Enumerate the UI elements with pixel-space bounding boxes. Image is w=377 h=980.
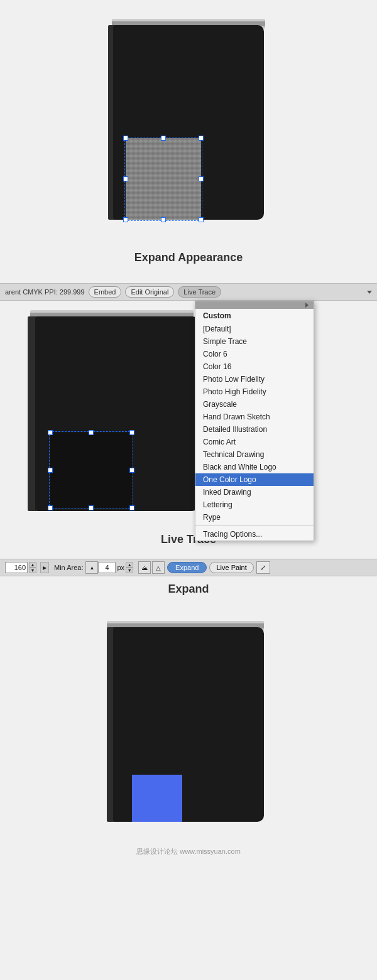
selected-area-1 [126, 138, 201, 220]
trace-preset-dropdown[interactable]: Custom [Default] Simple Trace Color 6 Co… [195, 301, 314, 541]
selected-area-2 [50, 433, 132, 508]
section-expand: Expand 思缘设计论坛 www.missyuan.com [0, 576, 377, 872]
selection-border-1 [124, 137, 202, 221]
threshold-arrow-btn[interactable]: ▶ [40, 562, 49, 573]
handle-lm-2 [48, 468, 53, 473]
min-area-value[interactable]: 4 [98, 562, 116, 573]
threshold-value[interactable]: 160 [5, 562, 28, 573]
live-trace-area: Custom [Default] Simple Trace Color 6 Co… [0, 301, 377, 527]
dropdown-item-technical[interactable]: Technical Drawing [195, 448, 314, 461]
blue-square [132, 775, 182, 822]
live-trace-toolbar: arent CMYK PPI: 299.999 Embed Edit Origi… [0, 283, 377, 301]
handle-tm-2 [89, 430, 94, 435]
dropdown-item-detailed[interactable]: Detailed Illustration [195, 423, 314, 436]
handle-lm-1 [123, 176, 128, 181]
dropdown-item-hand-drawn[interactable]: Hand Drawn Sketch [195, 411, 314, 423]
selection-border-2 [49, 431, 133, 509]
handle-bl-2 [48, 505, 53, 510]
dropdown-item-simple[interactable]: Simple Trace [195, 335, 314, 348]
expand-appearance-label: Expand Appearance [134, 245, 243, 277]
expand-toolbar: 160 ▲ ▼ ▶ Min Area: ▲ 4 px ▲ ▼ ⛰ △ Expan… [0, 559, 377, 576]
embed-button[interactable]: Embed [89, 286, 122, 298]
dropdown-arrow-right-icon [305, 303, 309, 308]
edit-original-button[interactable]: Edit Original [125, 286, 174, 298]
handle-tl-1 [123, 136, 128, 141]
section-live-trace: Custom [Default] Simple Trace Color 6 Co… [0, 301, 377, 559]
dropdown-arrow-icon [367, 291, 372, 294]
handle-tl-2 [48, 430, 53, 435]
dropdown-item-color16[interactable]: Color 16 [195, 360, 314, 373]
live-paint-button[interactable]: Live Paint [209, 562, 253, 573]
dropdown-divider [195, 525, 314, 526]
fit-button[interactable]: ⤢ [256, 561, 270, 574]
handle-tr-1 [199, 136, 204, 141]
dropdown-item-inked[interactable]: Inked Drawing [195, 486, 314, 498]
book-image-3 [101, 615, 276, 841]
dropdown-header [195, 301, 314, 309]
expand-button[interactable]: Expand [167, 562, 207, 573]
spin-up-icon[interactable]: ▲ [29, 562, 36, 568]
live-trace-button[interactable]: Live Trace [178, 286, 221, 298]
trace-icon-1[interactable]: ⛰ [138, 561, 151, 574]
min-area-unit: px [117, 564, 124, 571]
handle-br-1 [199, 217, 204, 222]
book-image-1 [101, 13, 276, 239]
dropdown-item-photo-low[interactable]: Photo Low Fidelity [195, 373, 314, 385]
dropdown-item-lettering[interactable]: Lettering [195, 498, 314, 511]
expand-label: Expand [168, 576, 209, 608]
threshold-spinner[interactable]: ▲ ▼ [29, 562, 36, 573]
min-area-spinner[interactable]: ▲ ▼ [126, 562, 133, 573]
min-area-up-icon[interactable]: ▲ [85, 561, 98, 574]
dropdown-item-tracing-options[interactable]: Tracing Options... [195, 528, 314, 541]
min-area-label: Min Area: [54, 564, 83, 571]
threshold-box: 160 ▲ ▼ [5, 562, 36, 573]
min-area-spin-up[interactable]: ▲ [126, 562, 133, 568]
handle-rm-1 [199, 176, 204, 181]
ppi-label: arent CMYK PPI: 299.999 [5, 288, 85, 296]
spin-down-icon[interactable]: ▼ [29, 568, 36, 573]
watermark: 思缘设计论坛 www.missyuan.com [136, 841, 241, 859]
handle-bl-1 [123, 217, 128, 222]
handle-tr-2 [129, 430, 134, 435]
min-area-box: ▲ 4 px ▲ ▼ [85, 561, 133, 574]
handle-br-2 [129, 505, 134, 510]
dropdown-item-grayscale[interactable]: Grayscale [195, 398, 314, 411]
dropdown-item-default[interactable]: [Default] [195, 323, 314, 335]
dropdown-item-photo-high[interactable]: Photo High Fidelity [195, 385, 314, 398]
handle-bm-2 [89, 505, 94, 510]
threshold-play-icon[interactable]: ▶ [40, 562, 49, 573]
trace-icon-2[interactable]: △ [152, 561, 165, 574]
handle-bm-1 [161, 217, 166, 222]
dropdown-item-one-color[interactable]: One Color Logo [195, 473, 314, 486]
dropdown-custom[interactable]: Custom [195, 309, 314, 323]
dropdown-item-color6[interactable]: Color 6 [195, 348, 314, 360]
handle-rm-2 [129, 468, 134, 473]
dropdown-item-rype[interactable]: Rype [195, 511, 314, 524]
min-area-spin-down[interactable]: ▼ [126, 568, 133, 573]
handle-tm-1 [161, 136, 166, 141]
section-expand-appearance: Expand Appearance [0, 0, 377, 283]
dropdown-item-comic[interactable]: Comic Art [195, 436, 314, 448]
dropdown-item-bw-logo[interactable]: Black and White Logo [195, 461, 314, 473]
